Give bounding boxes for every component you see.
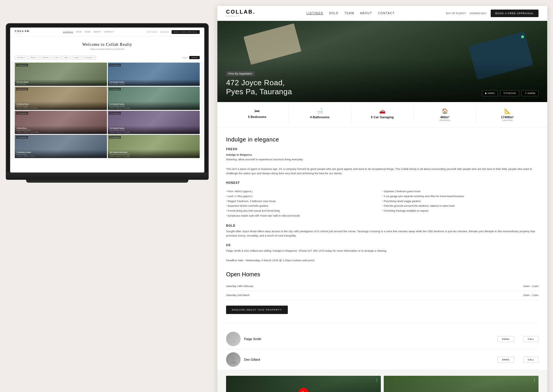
- prop-nav-sold[interactable]: SOLD: [329, 12, 339, 15]
- laptop-nav-contact[interactable]: CONTACT: [104, 31, 114, 33]
- laptop-listing-1-title: 472 Joyce Road,: [17, 81, 105, 83]
- laptop-listing-3-beds: 5 Bedrooms · 4 Bathrooms · 2 Car Garagin…: [17, 107, 105, 109]
- laptop-listing-4-title: 13A Marine Parade,: [110, 103, 198, 105]
- laptop-listing-5[interactable]: Price By Negotiation 2 Koro Mews, Papamo…: [15, 111, 107, 134]
- laptop-listing-5-beds: 3 Bedrooms · 3 Bathrooms · 2.5a Car Gara…: [17, 131, 105, 133]
- laptop-listing-8-badge: Price By Negotiation: [109, 136, 121, 139]
- laptop-listing-8[interactable]: Price By Negotiation 499 Wainui South Ro…: [108, 135, 200, 158]
- features-right: Separate 2 bedroom guest house 3 car gar…: [382, 189, 539, 218]
- laptop-listing-7[interactable]: Price By Negotiation 13 Rushton Avenue, …: [15, 135, 107, 158]
- laptop-listings-grid: Price By Negotiation 472 Joyce Road, Pye…: [10, 62, 204, 159]
- enquire-button[interactable]: ENQUIRE ABOUT THIS PROPERTY: [226, 306, 288, 314]
- laptop-filter-floorspace[interactable]: Floor Space: [83, 56, 96, 59]
- laptop-listing-8-title: 499 Wainui South Road,: [110, 151, 198, 153]
- prop-nav-contact[interactable]: CONTACT: [378, 12, 395, 15]
- laptop-filter-minprice[interactable]: Min Price: [28, 56, 40, 59]
- prop-region-hawkes[interactable]: HAWKES BAY: [470, 12, 487, 15]
- open-home-2: Saturday 2nd March 10am - 11am: [226, 291, 539, 300]
- stat-bedrooms: 🛏 5 Bedrooms: [226, 106, 289, 123]
- laptop-nav-listings[interactable]: LISTINGS: [63, 31, 73, 33]
- laptop-filter-maxprice[interactable]: Max Price: [41, 56, 52, 59]
- laptop-region-hawkes[interactable]: HAWKES BAY: [160, 31, 169, 33]
- fresh-heading: FRESH: [226, 148, 539, 151]
- laptop-listing-1-info: 472 Joyce Road, Pyes Pa, Tauranga: [15, 79, 107, 86]
- hero-video-btn[interactable]: ▶ VIDEO: [482, 90, 498, 96]
- laptop-filter-suburbs[interactable]: All Suburbs: [15, 56, 27, 59]
- hero-share-btn[interactable]: ↗ SHARE: [521, 90, 539, 96]
- laptop-listing-2[interactable]: Price By Negotiation 13A Marine Parade, …: [108, 63, 200, 86]
- prop-nav-about[interactable]: ABOUT: [360, 12, 372, 15]
- laptop-filter-garages[interactable]: Garages: [72, 56, 82, 59]
- laptop-region-bay[interactable]: BAY OF PLENTY: [147, 31, 158, 33]
- prop-region-bay[interactable]: BAY OF PLENTY: [446, 12, 466, 15]
- agent-deo-avatar: [226, 352, 241, 367]
- laptop-listing-2-title: 13A Marine Parade,: [110, 81, 198, 83]
- laptop-listing-2-meta: Mount Maunganui, Tauranga: [110, 83, 198, 85]
- laptop-hero-subtitle: Explore our property listings for your i…: [15, 48, 200, 50]
- laptop-screen-content[interactable]: COLLAB. REALTY LISTINGS SOLD TEAM ABOUT …: [10, 28, 204, 173]
- features-right-list: Separate 2 bedroom guest house 3 car gar…: [382, 189, 539, 213]
- honest-heading: HONEST: [226, 181, 539, 184]
- agent-deo-email-btn[interactable]: EMAIL: [498, 357, 514, 363]
- laptop-listing-3[interactable]: Price By Negotiation 12 Brooke Place, Be…: [15, 87, 107, 110]
- laptop-filter-bath[interactable]: Bath: [63, 56, 71, 59]
- property-nav: COLLAB. REALTY LISTINGS SOLD TEAM ABOUT …: [217, 6, 547, 21]
- property-nav-links: LISTINGS SOLD TEAM ABOUT CONTACT: [307, 12, 395, 15]
- laptop-listing-4[interactable]: Price By Negotiation 13A Marine Parade, …: [108, 87, 200, 110]
- property-us-block: US Paige Smith & Deo Gillard are selling…: [226, 244, 539, 262]
- laptop-hero: Welcome to Collab Realty Explore our pro…: [10, 37, 204, 53]
- fresh-intro: Meaning: allow yourself to experience lu…: [226, 157, 539, 161]
- laptop-nav-sold[interactable]: SOLD: [76, 31, 82, 33]
- land-icon: 📐: [478, 108, 537, 114]
- laptop-reset-btn[interactable]: ↺ RESET: [182, 57, 188, 59]
- property-detail-page: COLLAB. REALTY LISTINGS SOLD TEAM ABOUT …: [217, 6, 547, 392]
- video-thumb-1[interactable]: ⋮ INDULGE IN EXCELLENCE - 472 Joyce Ro..…: [226, 376, 381, 392]
- laptop-search-btn[interactable]: SEARCH: [189, 56, 200, 59]
- prop-nav-team[interactable]: TEAM: [344, 12, 354, 15]
- video-menu-icon-1[interactable]: ⋮: [375, 378, 379, 382]
- agent-paige-avatar: [226, 332, 241, 346]
- laptop-listing-8-beds: 3 Bedrooms · 3 Bathrooms · 1 Car Garagin…: [110, 155, 198, 157]
- laptop-nav-about[interactable]: ABOUT: [94, 31, 101, 33]
- property-title-line2: Pyes Pa, Tauranga: [226, 87, 292, 96]
- agent-paige-call-btn[interactable]: CALL: [523, 336, 539, 342]
- video-thumb-2[interactable]: ⋮ INDULGE IN EXCELLENCE Joyce Ro: [384, 376, 539, 392]
- property-appraisal-btn[interactable]: BOOK A FREE APPRAISAL: [491, 10, 539, 17]
- open-home-2-time: 10am - 11am: [523, 294, 539, 297]
- laptop-listing-4-badge: Price By Negotiation: [109, 88, 121, 90]
- open-home-1-time: 10am - 11am: [523, 285, 539, 288]
- property-hero: Price By Negotiation 472 Joyce Road, Pye…: [217, 21, 547, 102]
- laptop-listing-3-badge: Price By Negotiation: [16, 88, 28, 90]
- agent-paige-email-btn[interactable]: EMAIL: [498, 336, 514, 342]
- hero-photos-btn[interactable]: ☷ PHOTOS: [500, 90, 519, 96]
- video-menu-icon-2[interactable]: ⋮: [533, 378, 536, 382]
- property-hero-actions: ▶ VIDEO ☷ PHOTOS ↗ SHARE: [482, 90, 539, 96]
- open-homes-title: Open Homes: [226, 271, 539, 278]
- agent-deo: Deo Gillard EMAIL CALL: [226, 349, 539, 370]
- laptop-listing-1[interactable]: Price By Negotiation 472 Joyce Road, Pye…: [15, 63, 107, 86]
- laptop-filter-bed[interactable]: Bed: [54, 56, 61, 59]
- property-title-line1: 472 Joyce Road,: [226, 78, 285, 87]
- laptop-listing-3-info: 12 Brooke Place, Bethlehem, Tauranga 5 B…: [15, 101, 107, 110]
- laptop-nav-regions: BAY OF PLENTY HAWKES BAY: [147, 31, 169, 33]
- bed-icon: 🛏: [228, 108, 287, 114]
- laptop-hero-title: Welcome to Collab Realty: [15, 42, 200, 47]
- agents-section: Paige Smith EMAIL CALL Deo Gillard EMAIL…: [217, 323, 547, 370]
- garage-icon: 🚗: [353, 108, 412, 114]
- svg-point-0: [232, 336, 235, 340]
- feature-5: Formal dining plus both casual and forma…: [226, 208, 382, 213]
- agent-deo-call-btn[interactable]: CALL: [523, 357, 539, 363]
- laptop-listing-3-meta: Bethlehem, Tauranga: [17, 105, 105, 107]
- property-price-badge: Price By Negotiation: [226, 71, 254, 76]
- laptop-foot: [26, 180, 188, 183]
- feature-11: Furnishing Package available on request: [382, 208, 539, 213]
- open-home-1-day: Saturday 24th February: [226, 285, 254, 288]
- feature-10: Park-like grounds surround the residence…: [382, 204, 539, 208]
- laptop-listing-6[interactable]: Price By Negotiation 13A Marine Parade, …: [108, 111, 200, 134]
- laptop-listing-5-badge: Price By Negotiation: [16, 112, 28, 115]
- laptop-search-bar: All Suburbs Min Price Max Price Bed Bath…: [10, 53, 204, 62]
- prop-nav-listings[interactable]: LISTINGS: [307, 12, 323, 15]
- laptop-appraisal-btn[interactable]: BOOK A FREE APPRAISAL: [172, 30, 200, 34]
- laptop-listing-4-info: 13A Marine Parade, Mount Maunganui, Taur…: [108, 101, 200, 110]
- laptop-nav-team[interactable]: TEAM: [85, 31, 91, 33]
